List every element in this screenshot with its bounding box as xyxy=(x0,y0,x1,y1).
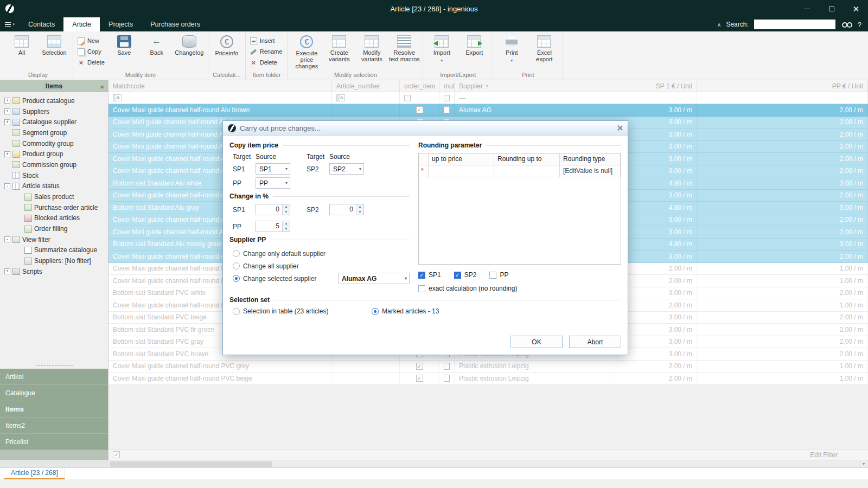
table-row[interactable]: Cover Maxi guide channel half-round Alu … xyxy=(108,104,868,117)
minimize-button[interactable] xyxy=(795,0,819,17)
menu-tab-article[interactable]: Article xyxy=(63,17,100,31)
tree-item-view-filter[interactable]: -View filter xyxy=(0,234,108,245)
change-selected-supplier-option[interactable]: Change selected supplier Alumax AG▾ xyxy=(229,272,410,285)
ribbon-button-changelog[interactable]: Changelog xyxy=(174,33,205,71)
ribbon-small-button-delete[interactable]: Delete xyxy=(76,58,106,67)
sidebar-header[interactable]: Items « xyxy=(0,80,108,92)
tree-item-purchase-order-article[interactable]: Purchase order article xyxy=(0,202,108,213)
sp2-source-select[interactable]: SP2▾ xyxy=(329,163,364,175)
expand-icon[interactable]: + xyxy=(4,119,10,125)
order-item-checkbox[interactable]: ✓ xyxy=(416,375,423,382)
sp1-rounding-checkbox-row[interactable]: SP1 xyxy=(418,271,441,279)
filter-cell-mul[interactable] xyxy=(439,92,455,104)
ok-button[interactable]: OK xyxy=(510,336,563,348)
sidebar-panel-catalogue[interactable]: Catalogue xyxy=(0,385,108,401)
sp2-rounding-checkbox-row[interactable]: SP2 xyxy=(454,271,477,279)
order-item-checkbox[interactable]: ✓ xyxy=(416,106,423,113)
dialog-close-icon[interactable] xyxy=(616,125,623,131)
menu-tab-contacts[interactable]: Contacts xyxy=(20,17,63,31)
ribbon-small-button-copy[interactable]: Copy xyxy=(76,47,106,56)
collapse-icon[interactable]: - xyxy=(4,236,10,242)
spin-down-icon[interactable]: ▼ xyxy=(283,210,290,215)
tree-item-sales-product[interactable]: Sales product xyxy=(0,191,108,202)
ribbon-small-button-new[interactable]: New xyxy=(76,36,106,45)
multiplier-checkbox[interactable] xyxy=(444,363,450,370)
multiplier-checkbox[interactable] xyxy=(444,375,450,382)
expand-icon[interactable]: + xyxy=(4,108,10,114)
radio-button[interactable] xyxy=(372,308,379,315)
ribbon-small-button-rename[interactable]: Rename xyxy=(248,47,284,56)
pp-change-spinner[interactable]: 5▲▼ xyxy=(256,221,290,232)
edit-filter-link[interactable]: Edit Filter xyxy=(810,451,864,459)
supplier-combo[interactable]: Alumax AG▾ xyxy=(338,273,410,284)
expand-icon[interactable]: + xyxy=(4,268,10,274)
checkbox[interactable] xyxy=(454,272,461,279)
collapse-sidebar-icon[interactable]: « xyxy=(100,82,104,91)
filter-cell-order-item[interactable] xyxy=(400,92,439,104)
close-button[interactable] xyxy=(844,0,868,17)
checkbox[interactable] xyxy=(489,272,496,279)
sidebar-panel-pricelist[interactable]: Pricelist xyxy=(0,434,108,450)
ribbon-button-create-variants[interactable]: Create variants xyxy=(323,33,355,71)
ribbon-button-save[interactable]: Save xyxy=(108,33,140,71)
marked-articles-option[interactable]: Marked articles - 13 xyxy=(372,307,439,315)
pp-source-select[interactable]: PP▾ xyxy=(256,177,290,189)
radio-button[interactable] xyxy=(233,275,240,282)
collapse-icon[interactable]: - xyxy=(4,183,10,189)
bottom-tab-article[interactable]: Article [23 / 268] xyxy=(4,468,65,479)
tree-item-stock[interactable]: Stock xyxy=(0,170,108,181)
scrollbar-thumb[interactable] xyxy=(110,461,272,467)
sidebar-panel-items[interactable]: Items xyxy=(0,401,108,418)
exact-calculation-checkbox-row[interactable]: exact calculation (no rounding) xyxy=(418,285,517,292)
spin-up-icon[interactable]: ▲ xyxy=(283,221,290,227)
scrollbar-track[interactable] xyxy=(108,460,859,467)
sidebar-panel-items2[interactable]: Items2 xyxy=(0,418,108,434)
maximize-button[interactable] xyxy=(819,0,844,17)
selection-in-table-option[interactable]: Selection in table (23 articles) xyxy=(233,307,372,315)
column-header-pp-unit[interactable]: PP € / Unit xyxy=(697,80,868,92)
tree-item-commodity-group[interactable]: Commodity group xyxy=(0,138,108,149)
help-icon[interactable]: ? xyxy=(858,21,861,29)
ribbon-button-export[interactable]: Export xyxy=(458,33,490,71)
column-header-article-number[interactable]: Article_number xyxy=(332,80,400,92)
ribbon-small-button-insert[interactable]: Insert xyxy=(248,36,284,45)
column-header-mul[interactable]: mul... xyxy=(439,80,455,92)
tree-item-scripts[interactable]: +Scripts xyxy=(0,266,108,277)
change-all-supplier-option[interactable]: Change all supplier xyxy=(229,260,410,272)
spin-down-icon[interactable]: ▼ xyxy=(356,210,363,215)
column-header-order-item[interactable]: order_item xyxy=(400,80,439,92)
tree-item-suppliers-no-filter[interactable]: Suppliers: [No filter] xyxy=(0,255,108,266)
tree-item-suppliers[interactable]: +Suppliers xyxy=(0,106,108,117)
multiplier-checkbox[interactable] xyxy=(444,106,450,113)
filter-cell-pp-unit[interactable] xyxy=(697,92,868,104)
spin-up-icon[interactable]: ▲ xyxy=(356,204,363,210)
ribbon-button-resolve-text-macros[interactable]: Resolve text macros xyxy=(388,33,420,71)
edit-cell[interactable] xyxy=(494,165,560,177)
tree-item-product-catalogue[interactable]: +Product catalogue xyxy=(0,95,108,106)
ribbon-button-priceinfo[interactable]: Priceinfo xyxy=(211,33,242,71)
sidebar-panel-artikel[interactable]: Artikel xyxy=(0,369,108,385)
expand-icon[interactable]: + xyxy=(4,98,10,104)
ribbon-button-execute-price-changes[interactable]: Execute price changes xyxy=(291,33,322,71)
sp2-change-spinner[interactable]: 0▲▼ xyxy=(329,204,364,215)
footer-checkbox[interactable]: ✓ xyxy=(113,451,120,458)
ribbon-button-modify-variants[interactable]: Modify variants xyxy=(356,33,387,71)
tree-item-segment-group[interactable]: Segment group xyxy=(0,127,108,138)
ribbon-button-excel-export[interactable]: Excel export xyxy=(528,33,560,71)
radio-button[interactable] xyxy=(233,308,240,315)
rounding-table-edit-row[interactable]: * [EditValue is null] xyxy=(419,165,621,177)
tree-item-blocked-articles[interactable]: Blocked articles xyxy=(0,213,108,224)
ribbon-button-import[interactable]: Import▾ xyxy=(426,33,457,71)
menu-tab-purchase-orders[interactable]: Purchase orders xyxy=(142,17,209,31)
rounding-table[interactable]: up to price Rounding up to Rounding type… xyxy=(418,153,621,265)
edit-cell[interactable] xyxy=(429,165,494,177)
spin-up-icon[interactable]: ▲ xyxy=(283,204,290,210)
expand-icon[interactable]: + xyxy=(4,151,10,157)
search-input[interactable] xyxy=(754,19,836,30)
spin-down-icon[interactable]: ▼ xyxy=(283,227,290,232)
menu-tab-projects[interactable]: Projects xyxy=(100,17,142,31)
search-icon[interactable] xyxy=(841,21,853,29)
sp1-source-select[interactable]: SP1▾ xyxy=(256,163,290,175)
radio-button[interactable] xyxy=(233,262,240,269)
column-header-sp-1-unit[interactable]: SP 1 € / Unit xyxy=(610,80,697,92)
